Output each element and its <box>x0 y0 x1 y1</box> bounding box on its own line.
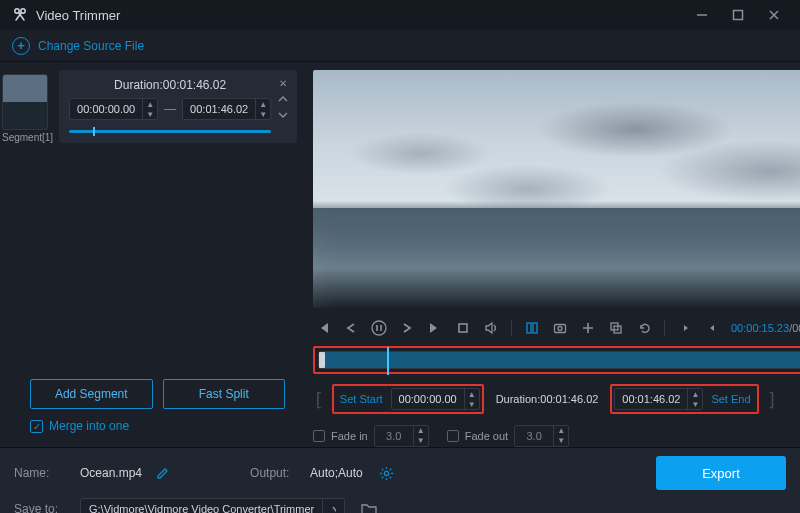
segment-thumbnail[interactable] <box>2 74 48 130</box>
svg-rect-4 <box>459 324 467 332</box>
fade-out-input[interactable] <box>515 430 553 442</box>
stepper-up-icon[interactable]: ▲ <box>414 426 428 436</box>
stepper-down-icon[interactable]: ▼ <box>414 436 428 446</box>
segment-start-input[interactable] <box>70 103 142 115</box>
set-out-icon[interactable] <box>703 318 723 338</box>
bracket-right-icon: ] <box>767 389 778 410</box>
svg-point-3 <box>372 321 386 335</box>
set-end-button[interactable]: Set End <box>707 393 754 405</box>
save-path-dropdown[interactable]: G:\Vidmore\Vidmore Video Converter\Trimm… <box>80 498 345 513</box>
stepper-up-icon[interactable]: ▲ <box>256 99 270 109</box>
stepper-up-icon[interactable]: ▲ <box>465 389 479 399</box>
segments-sidebar: Segment[1] ✕ Duration:00:01:46.02 ▲▼ — <box>0 62 305 447</box>
prev-frame-icon[interactable] <box>341 318 361 338</box>
stepper-down-icon[interactable]: ▼ <box>554 436 568 446</box>
segment-end-spinbox[interactable]: ▲▼ <box>182 98 271 120</box>
snapshot-icon[interactable] <box>550 318 570 338</box>
segment-duration-label: Duration:00:01:46.02 <box>69 78 271 92</box>
edit-name-icon[interactable] <box>156 466 170 480</box>
svg-point-8 <box>558 327 562 331</box>
fade-out-spinbox[interactable]: ▲▼ <box>514 425 569 447</box>
stepper-down-icon[interactable]: ▼ <box>256 109 270 119</box>
stepper-down-icon[interactable]: ▼ <box>465 399 479 409</box>
set-end-highlight: ▲▼ Set End <box>610 384 758 414</box>
stop-icon[interactable] <box>453 318 473 338</box>
footer-bar: Name: Ocean.mp4 Output: Auto;Auto Export… <box>0 447 800 513</box>
output-value: Auto;Auto <box>310 466 363 480</box>
fade-options-row: Fade in ▲▼ Fade out ▲▼ <box>313 424 800 447</box>
app-title: Video Trimmer <box>36 8 680 23</box>
close-button[interactable] <box>760 1 788 29</box>
name-key: Name: <box>14 466 70 480</box>
undo-icon[interactable] <box>634 318 654 338</box>
fade-in-checkbox[interactable] <box>313 430 325 442</box>
svg-rect-6 <box>533 323 537 333</box>
add-marker-icon[interactable] <box>578 318 598 338</box>
next-frame-icon[interactable] <box>397 318 417 338</box>
fade-out-checkbox[interactable] <box>447 430 459 442</box>
minimize-button[interactable] <box>688 1 716 29</box>
trim-duration-label: Duration:00:01:46.02 <box>496 393 599 405</box>
output-settings-icon[interactable] <box>379 466 394 481</box>
timeline[interactable] <box>318 351 800 369</box>
maximize-button[interactable] <box>724 1 752 29</box>
dropdown-arrow-icon[interactable] <box>322 498 344 513</box>
stepper-up-icon[interactable]: ▲ <box>143 99 157 109</box>
segment-down-icon[interactable] <box>275 108 291 122</box>
save-path-value: G:\Vidmore\Vidmore Video Converter\Trimm… <box>81 503 322 513</box>
trim-start-spinbox[interactable]: ▲▼ <box>391 388 480 410</box>
stepper-down-icon[interactable]: ▼ <box>688 399 702 409</box>
change-source-link[interactable]: Change Source File <box>38 39 144 53</box>
video-preview[interactable] <box>313 70 800 308</box>
timeline-handle-start[interactable] <box>319 352 325 368</box>
app-logo-icon <box>12 7 28 23</box>
timeline-playhead[interactable] <box>387 347 389 375</box>
svg-point-11 <box>384 471 388 475</box>
fade-out-label: Fade out <box>465 430 508 442</box>
name-value: Ocean.mp4 <box>80 466 142 480</box>
merge-checkbox-row[interactable]: ✓ Merge into one <box>0 419 295 437</box>
copy-segment-icon[interactable] <box>606 318 626 338</box>
segment-up-icon[interactable] <box>275 92 291 106</box>
segment-end-input[interactable] <box>183 103 255 115</box>
trim-end-spinbox[interactable]: ▲▼ <box>614 388 703 410</box>
fade-in-label: Fade in <box>331 430 368 442</box>
svg-rect-7 <box>555 325 566 333</box>
segment-label: Segment[1] <box>2 132 53 143</box>
current-time: 00:00:15.23 <box>731 322 789 334</box>
save-key: Save to: <box>14 502 70 513</box>
trim-range-row: [ Set Start ▲▼ Duration:00:01:46.02 ▲▼ S… <box>313 384 800 414</box>
svg-rect-5 <box>527 323 531 333</box>
segment-card: ✕ Duration:00:01:46.02 ▲▼ — ▲▼ <box>59 70 297 143</box>
stepper-up-icon[interactable]: ▲ <box>688 389 702 399</box>
add-source-icon[interactable]: + <box>12 37 30 55</box>
browse-folder-icon[interactable] <box>361 502 377 513</box>
add-segment-button[interactable]: Add Segment <box>30 379 153 409</box>
output-key: Output: <box>250 466 300 480</box>
set-in-icon[interactable] <box>675 318 695 338</box>
trim-end-input[interactable] <box>615 393 687 405</box>
svg-rect-2 <box>734 11 743 20</box>
crop-icon[interactable] <box>522 318 542 338</box>
fade-in-spinbox[interactable]: ▲▼ <box>374 425 429 447</box>
trim-start-input[interactable] <box>392 393 464 405</box>
merge-label: Merge into one <box>49 419 129 433</box>
set-start-button[interactable]: Set Start <box>336 393 387 405</box>
segment-progress-bar[interactable] <box>69 130 271 133</box>
volume-icon[interactable] <box>481 318 501 338</box>
playback-controls: 00:00:15.23/00:01:46.02 <box>313 314 800 342</box>
skip-end-icon[interactable] <box>425 318 445 338</box>
fade-in-input[interactable] <box>375 430 413 442</box>
title-bar: Video Trimmer <box>0 0 800 30</box>
action-bar: + Change Source File <box>0 30 800 62</box>
stepper-down-icon[interactable]: ▼ <box>143 109 157 119</box>
play-pause-icon[interactable] <box>369 318 389 338</box>
set-start-highlight: Set Start ▲▼ <box>332 384 484 414</box>
fast-split-button[interactable]: Fast Split <box>163 379 286 409</box>
merge-checkbox[interactable]: ✓ <box>30 420 43 433</box>
export-button[interactable]: Export <box>656 456 786 490</box>
segment-close-icon[interactable]: ✕ <box>275 76 291 90</box>
segment-start-spinbox[interactable]: ▲▼ <box>69 98 158 120</box>
stepper-up-icon[interactable]: ▲ <box>554 426 568 436</box>
skip-start-icon[interactable] <box>313 318 333 338</box>
